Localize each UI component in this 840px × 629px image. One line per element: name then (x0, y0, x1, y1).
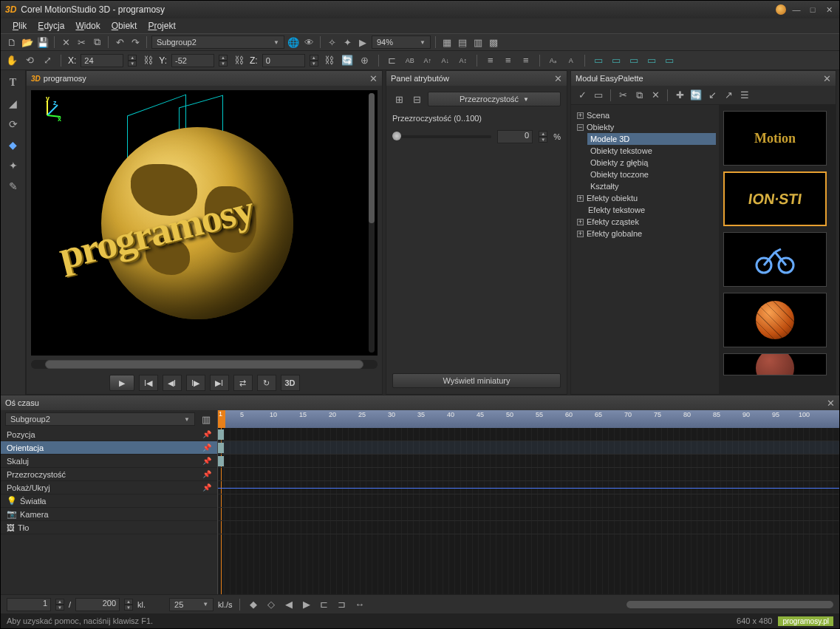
grid1-icon[interactable]: ▦ (440, 35, 454, 49)
fps-dropdown[interactable]: 25▼ (169, 598, 214, 611)
tl-key2-icon[interactable]: ◇ (264, 598, 278, 611)
cut-icon[interactable]: ✂ (75, 35, 88, 49)
thumb-5[interactable] (723, 353, 827, 375)
tree-turned-objects[interactable]: Obiekty toczone (587, 169, 716, 180)
refresh-icon[interactable]: 🔄 (341, 54, 354, 67)
easy-close-icon[interactable]: ✕ (823, 73, 831, 84)
new-icon[interactable]: 🗋 (5, 35, 18, 49)
tree-scene[interactable]: +Scena (574, 109, 716, 121)
tree-models-3d[interactable]: Modele 3D (587, 133, 716, 145)
center-icon[interactable]: ⊕ (358, 54, 372, 67)
3d-toggle-button[interactable]: 3D (281, 375, 300, 391)
tree-global-fx[interactable]: +Efekty globalne (574, 228, 716, 239)
y-down[interactable]: ▼ (219, 61, 228, 67)
prev-frame-button[interactable]: ◀I (163, 375, 182, 391)
last-frame-button[interactable]: ▶I (210, 375, 229, 391)
effect-tool-icon[interactable]: ✦ (5, 157, 21, 174)
thumb-1[interactable]: Motion (723, 111, 827, 166)
text-ab1-icon[interactable]: AB (403, 54, 417, 67)
attr-dropdown[interactable]: Przezroczystość ▼ (428, 92, 561, 106)
current-frame-input[interactable]: 1 (7, 598, 51, 611)
thumb-3[interactable] (723, 232, 827, 287)
thumb-2[interactable]: ION·STI (723, 171, 827, 226)
open-icon[interactable]: 📂 (21, 35, 34, 49)
total-frames-input[interactable]: 200 (75, 598, 120, 611)
y-up[interactable]: ▲ (219, 55, 228, 61)
easy-settings-icon[interactable]: ☰ (738, 89, 751, 102)
copy-icon[interactable]: ⧉ (90, 35, 103, 49)
sparkle-icon[interactable]: ✦ (341, 35, 354, 49)
tree-obj-fx[interactable]: +Efekty obiektu (574, 192, 716, 204)
alignl-icon[interactable]: ⊏ (386, 54, 399, 67)
align-left-icon[interactable]: ≡ (484, 54, 497, 67)
font-size-icon[interactable]: Aₐ (547, 54, 560, 67)
menu-widok[interactable]: Widok (71, 19, 104, 33)
easy-check-icon[interactable]: ✓ (576, 89, 589, 102)
timeline-dropdown[interactable]: Subgroup2▼ (5, 412, 195, 426)
scale-icon[interactable]: ⤢ (41, 54, 54, 67)
tree-depth-objects[interactable]: Obiekty z głębią (587, 157, 716, 169)
object-tool-icon[interactable]: ◆ (5, 137, 21, 153)
track-przezroczystosc[interactable]: Przezroczystość📌 (1, 468, 217, 481)
view5-icon[interactable]: ▭ (663, 54, 676, 67)
trans-down[interactable]: ▼ (539, 137, 547, 143)
trans-up[interactable]: ▲ (539, 131, 547, 137)
text-ab4-icon[interactable]: A↕ (457, 54, 470, 67)
preview-viewport[interactable]: yzx programosy (31, 90, 378, 356)
pin-icon[interactable]: 📌 (202, 470, 211, 478)
step-play-button[interactable]: I▶ (186, 375, 205, 391)
tree-text-fx[interactable]: Efekty tekstowe (574, 204, 716, 216)
z-down[interactable]: ▼ (310, 61, 318, 67)
view2-icon[interactable]: ▭ (609, 54, 623, 67)
pin-icon[interactable]: 📌 (202, 430, 211, 438)
attr-puzzle2-icon[interactable]: ⊟ (410, 92, 423, 106)
align-center-icon[interactable]: ≡ (502, 54, 515, 67)
tree-objects[interactable]: −Obiekty (574, 121, 716, 133)
easy-box-icon[interactable]: ▭ (592, 89, 605, 102)
text-ab2-icon[interactable]: A↑ (421, 54, 434, 67)
align-right-icon[interactable]: ≡ (519, 54, 533, 67)
save-icon[interactable]: 💾 (36, 35, 49, 49)
tl-tool1-icon[interactable]: ⊏ (318, 598, 331, 611)
tree-text-objects[interactable]: Obiekty tekstowe (587, 145, 716, 157)
preview-scrollbar-v[interactable] (369, 93, 375, 353)
frame-up[interactable]: ▲ (55, 599, 64, 605)
wand-icon[interactable]: ✧ (325, 35, 338, 49)
loop-button[interactable]: ⇄ (233, 375, 253, 391)
delete-icon[interactable]: ✕ (59, 35, 72, 49)
timeline-tracks-area[interactable] (218, 428, 839, 594)
menu-obiekt[interactable]: Obiekt (107, 19, 142, 33)
menu-plik[interactable]: Plik (8, 19, 31, 33)
x-up[interactable]: ▲ (128, 55, 137, 61)
rotate-icon[interactable]: ⟲ (23, 54, 36, 67)
globe-icon[interactable]: 🌐 (287, 35, 300, 49)
attr-puzzle1-icon[interactable]: ⊞ (392, 92, 406, 106)
redo-icon[interactable]: ↷ (129, 35, 142, 49)
tree-shapes[interactable]: Kształty (587, 180, 716, 192)
undo-icon[interactable]: ↶ (113, 35, 126, 49)
refresh-play-button[interactable]: ↻ (257, 375, 276, 391)
transparency-slider[interactable] (392, 135, 491, 138)
view3-icon[interactable]: ▭ (627, 54, 641, 67)
hand-icon[interactable]: ✋ (5, 54, 18, 67)
total-down[interactable]: ▼ (124, 605, 133, 611)
close-button[interactable]: ✕ (823, 4, 835, 16)
easy-add-icon[interactable]: ✚ (673, 89, 686, 102)
grid4-icon[interactable]: ▩ (487, 35, 500, 49)
link-y-icon[interactable]: ⛓ (232, 54, 245, 67)
track-orientacja[interactable]: Orientacja📌 (1, 441, 217, 455)
menu-projekt[interactable]: Projekt (143, 19, 180, 33)
view1-icon[interactable]: ▭ (592, 54, 605, 67)
track-tlo[interactable]: 🖼Tło (1, 521, 217, 534)
subgroup-dropdown[interactable]: Subgroup2▼ (151, 35, 284, 49)
total-up[interactable]: ▲ (124, 599, 133, 605)
easy-delete-icon[interactable]: ✕ (649, 89, 662, 102)
text-ab3-icon[interactable]: A↓ (439, 54, 452, 67)
x-down[interactable]: ▼ (128, 61, 137, 67)
link-x-icon[interactable]: ⛓ (141, 54, 154, 67)
text-tool-icon[interactable]: T (5, 75, 21, 91)
view4-icon[interactable]: ▭ (645, 54, 658, 67)
easy-import-icon[interactable]: ↙ (706, 89, 719, 102)
track-pozycja[interactable]: Pozycja📌 (1, 428, 217, 441)
y-input[interactable]: -52 (171, 54, 214, 67)
